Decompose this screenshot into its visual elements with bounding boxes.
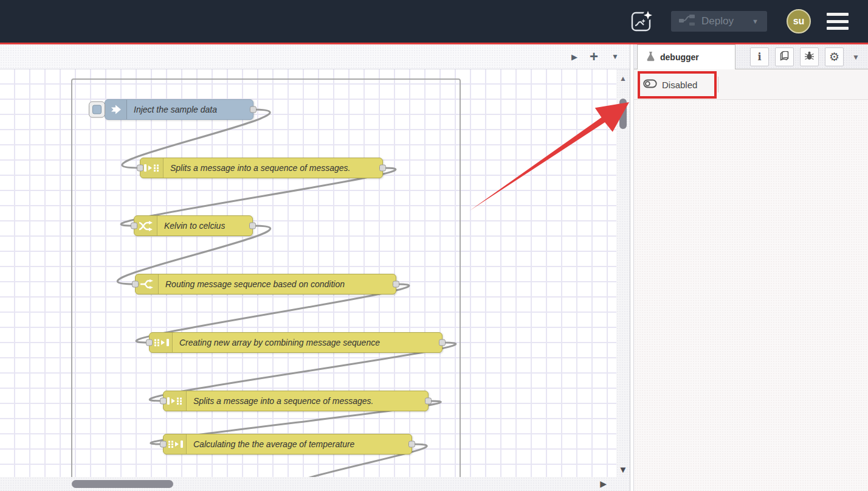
debugger-panel-body [634, 100, 868, 491]
node-red-editor: Deploy ▼ su ▶ + ▼ [0, 0, 868, 491]
toolbar-divider [718, 77, 718, 92]
branch-icon [136, 274, 159, 294]
node-label: Creating new array by combining message … [173, 333, 380, 352]
input-port[interactable] [131, 223, 137, 229]
node-label: Splits a message into a sequence of mess… [164, 158, 351, 178]
flow-node-change[interactable]: Kelvin to celcius [134, 215, 253, 236]
sidebar-tab-bar: debugger i [634, 44, 868, 69]
flow-node-join[interactable]: Creating new array by combining message … [149, 332, 443, 353]
scroll-tabs-right-icon[interactable]: ▶ [571, 52, 577, 61]
flow-node-split[interactable]: Splits a message into a sequence of mess… [140, 158, 383, 178]
horizontal-scrollbar-thumb[interactable] [72, 480, 173, 488]
main-area: ▶ + ▼ [0, 44, 868, 491]
input-port[interactable] [137, 165, 143, 172]
header: Deploy ▼ su [0, 0, 868, 43]
vertical-scrollbar[interactable]: ▲ ▼ [616, 69, 630, 477]
info-button[interactable]: i [750, 47, 769, 66]
tab-debugger[interactable]: debugger [637, 44, 735, 69]
flow-node-inject[interactable]: Inject the sample data [105, 99, 253, 120]
shuffle-icon [134, 216, 157, 235]
node-label: Splits a message into a sequence of mess… [187, 391, 374, 411]
gear-icon: ⚙ [829, 50, 839, 64]
output-port[interactable] [250, 106, 257, 113]
flask-icon [646, 51, 655, 64]
deploy-label: Deploy [701, 15, 746, 27]
join-icon [150, 333, 173, 352]
output-port[interactable] [393, 281, 399, 288]
flow-canvas[interactable]: Inject the sample data Split [0, 69, 630, 477]
input-port[interactable] [132, 281, 139, 288]
node-label: Calculating the the average of temperatu… [187, 434, 354, 454]
flow-node-split[interactable]: Splits a message into a sequence of mess… [163, 391, 429, 411]
tab-label: debugger [660, 52, 699, 62]
join-icon [164, 434, 187, 454]
input-port[interactable] [160, 398, 167, 405]
split-icon [164, 391, 187, 411]
horizontal-scrollbar[interactable]: ▶ [0, 477, 630, 491]
node-label: Inject the sample data [127, 100, 217, 119]
user-avatar[interactable]: su [787, 9, 811, 33]
chevron-down-icon[interactable]: ▼ [852, 53, 859, 61]
deploy-icon [678, 14, 695, 29]
vertical-scrollbar-thumb[interactable] [619, 99, 627, 129]
scroll-up-icon[interactable]: ▲ [616, 74, 630, 83]
flow-node-join[interactable]: Calculating the the average of temperatu… [163, 434, 412, 454]
debugger-toolbar: Disabled [634, 69, 868, 100]
output-port[interactable] [249, 223, 256, 229]
inject-trigger-button[interactable] [89, 102, 105, 118]
node-label: Routing message sequence based on condit… [159, 274, 345, 294]
scroll-right-icon[interactable]: ▶ [600, 479, 607, 489]
flow-list-chevron-icon[interactable]: ▼ [611, 52, 619, 61]
sidebar: debugger i [634, 44, 868, 491]
debug-bug-button[interactable] [800, 47, 819, 66]
workspace: ▶ + ▼ [0, 44, 630, 491]
toggle-off-icon [643, 79, 657, 90]
bug-icon [804, 50, 815, 63]
help-book-button[interactable] [775, 47, 794, 66]
wires-layer [0, 69, 630, 477]
output-port[interactable] [408, 441, 415, 448]
hamburger-menu-icon[interactable] [827, 13, 849, 30]
deploy-button[interactable]: Deploy ▼ [671, 11, 767, 32]
output-port[interactable] [425, 398, 432, 405]
ai-assistant-icon[interactable] [630, 9, 654, 33]
add-flow-icon[interactable]: + [590, 50, 598, 63]
flow-node-switch[interactable]: Routing message sequence based on condit… [135, 274, 396, 294]
output-port[interactable] [439, 340, 446, 346]
debugger-disabled-toggle[interactable]: Disabled [643, 75, 697, 94]
info-icon: i [758, 51, 762, 63]
header-accent-line [0, 43, 868, 44]
flow-tab-bar: ▶ + ▼ [0, 44, 630, 69]
deploy-chevron-icon[interactable]: ▼ [746, 18, 767, 25]
output-port[interactable] [379, 165, 386, 172]
split-icon [140, 158, 164, 178]
input-port[interactable] [160, 441, 167, 448]
input-port[interactable] [146, 340, 153, 346]
inject-arrow-icon [105, 100, 127, 119]
settings-button[interactable]: ⚙ [825, 47, 844, 66]
book-icon [779, 51, 790, 63]
scroll-down-icon[interactable]: ▼ [616, 464, 630, 475]
disabled-label: Disabled [662, 80, 697, 90]
node-label: Kelvin to celcius [157, 216, 225, 235]
sidebar-splitter[interactable] [630, 44, 634, 491]
